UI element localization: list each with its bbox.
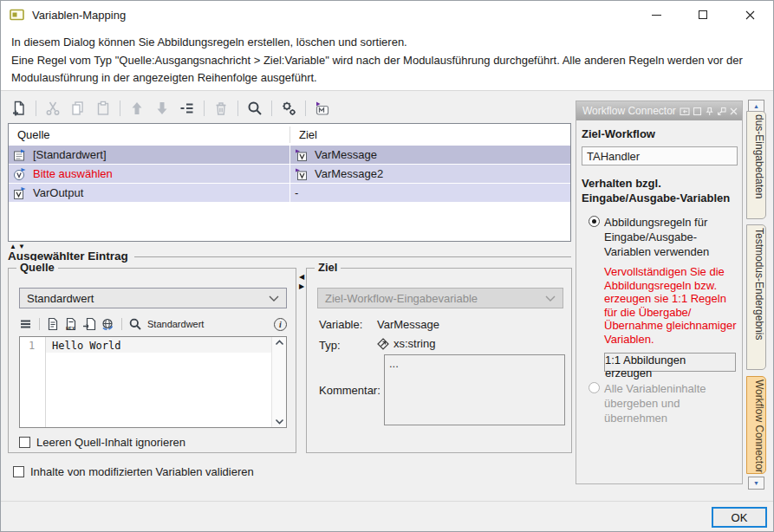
new-rule-button[interactable] [8,97,30,120]
validate-checkbox-row[interactable]: Inhalte von modifizierten Variablen vali… [13,465,254,478]
editor-scrollbar[interactable] [271,337,286,427]
collapse-left-icon[interactable]: ◀ [299,274,304,281]
default-value-icon [13,148,27,162]
copy-button[interactable] [67,97,89,120]
maximize-icon [699,10,707,19]
trash-icon [212,100,230,117]
dock-back-icon[interactable] [680,107,690,116]
panel-buttons [680,107,738,116]
quelle-value: [Standardwert] [33,148,107,161]
close-button[interactable] [726,1,773,29]
selected-entry-heading: Ausgewählter Eintrag [8,250,571,263]
window-icon [10,8,25,22]
radio-selected-icon[interactable] [589,216,600,227]
ziel-value: VarMessage2 [315,167,383,180]
move-up-button[interactable] [126,97,148,120]
column-header-quelle[interactable]: Quelle [9,124,289,146]
create-one-to-one-button[interactable]: 1:1 Abbildungen erzeugen [604,353,736,372]
toolbar-separator [120,101,120,116]
column-header-ziel[interactable]: Ziel [290,124,570,146]
table-row[interactable]: VarOutput - [9,184,570,203]
behavior-heading: Verhalten bzgl. Eingabe/Ausgabe-Variable… [582,176,731,205]
checkbox[interactable] [19,437,30,448]
mapping-rules-table: Quelle Ziel [Standardwert] VarM [8,123,571,242]
quelle-group: Quelle Standardwert HEX [8,268,296,453]
hex-view-button[interactable]: HEX [64,317,78,331]
radio-disabled-icon [589,382,600,393]
ignore-empty-checkbox-row[interactable]: Leeren Quell-Inhalt ignorieren [19,436,185,449]
source-content-editor[interactable]: 1 Hello World [19,336,287,428]
pin-icon[interactable] [705,107,714,116]
typ-value-row: xs:string [377,337,435,350]
arrow-up-icon [128,100,146,117]
ziel-group: Ziel Ziel-Workflow-Eingabevariable Varia… [306,268,572,453]
maximize-panel-icon[interactable] [693,107,702,116]
description-line-2: Eine Regel vom Typ "Quelle:Ausgangsnachr… [11,52,764,88]
ok-button[interactable]: OK [712,507,767,528]
ziel-value: VarMessage [315,148,377,161]
menu-icon[interactable] [19,317,33,331]
collapse-right-icon[interactable]: ▶ [299,283,304,290]
dialog-header-area: Variablen-Mapping In diesem Dialog könne… [1,1,773,91]
variablen-mapping-dialog: Variablen-Mapping In diesem Dialog könne… [0,0,774,532]
typ-label: Typ: [319,339,341,352]
toolbar-separator [237,101,238,116]
quelle-value: VarOutput [33,186,83,199]
mapping-toolbar [8,96,334,120]
cut-icon [44,100,62,117]
radio-mapping-rules[interactable]: Abbildungsregeln für Eingabe/Ausgabe-Var… [589,215,737,259]
footer-divider [1,501,773,502]
editor-content[interactable]: Hello World [46,337,271,427]
panel-body: Ziel-Workflow Verhalten bzgl. Eingabe/Au… [576,127,742,425]
quelle-type-dropdown[interactable]: Standardwert [19,288,287,308]
cut-button[interactable] [42,97,64,120]
insert-rule-icon [179,100,196,117]
import-content-icon[interactable] [82,317,96,331]
scroll-down-icon[interactable] [275,418,284,425]
group-splitter[interactable]: ◀ ▶ [299,274,304,290]
close-panel-icon[interactable] [729,107,738,116]
module-test-button[interactable] [311,97,334,120]
tabs-scroll-down-button[interactable]: ▼ [748,477,764,490]
text-view-icon[interactable] [46,317,60,331]
kommentar-box: ... [384,354,565,425]
table-row[interactable]: Bitte auswählen VarMessage2 [9,165,570,184]
scroll-up-icon[interactable] [275,340,284,346]
chevron-down-icon [545,295,556,302]
editor-toolbar: HEX Standardwert i [19,314,287,334]
panel-title-bar[interactable]: Workflow Connector [576,101,742,120]
search-button[interactable] [244,97,266,120]
tab-testmodus-eingabedaten[interactable]: dus-Eingabedaten [746,111,766,219]
dialog-description: In diesem Dialog können Sie Abbildungsre… [11,34,764,88]
move-down-button[interactable] [151,97,173,120]
ziel-workflow-input[interactable] [582,146,738,165]
info-icon[interactable]: i [274,318,287,331]
tab-workflow-connector[interactable]: Workflow Connector [746,376,766,474]
quelle-group-label: Quelle [16,261,58,274]
paste-button[interactable] [92,97,114,120]
settings-button[interactable] [277,97,300,120]
select-variable-icon [13,167,27,181]
line-number: 1 [29,340,35,352]
tab-testmodus-endergebnis[interactable]: Testmodus-Endergebnis [746,224,766,370]
ziel-value: - [295,186,298,199]
kommentar-value: ... [389,357,399,370]
float-panel-icon[interactable] [717,107,726,116]
minimize-button[interactable] [633,1,680,29]
radio-all-variables: Alle Variableninhalte übergeben und über… [589,381,737,425]
editor-search-label: Standardwert [147,319,204,329]
delete-button[interactable] [210,97,232,120]
quelle-cell: VarOutput [9,184,289,202]
quelle-cell: [Standardwert] [9,146,289,164]
toolbar-separator [39,318,40,330]
maximize-button[interactable] [680,1,726,29]
checkbox[interactable] [13,466,24,477]
search-icon[interactable] [128,317,142,331]
insert-rule-button[interactable] [176,97,198,120]
radio-all-label: Alle Variableninhalte übergeben und über… [604,381,734,425]
new-rule-icon [10,100,28,117]
reload-url-icon[interactable] [101,317,115,331]
ziel-workflow-label: Ziel-Workflow [582,127,737,140]
radio-mapping-label: Abbildungsregeln für Eingabe/Ausgabe-Var… [604,215,734,259]
table-row[interactable]: [Standardwert] VarMessage [9,146,570,165]
